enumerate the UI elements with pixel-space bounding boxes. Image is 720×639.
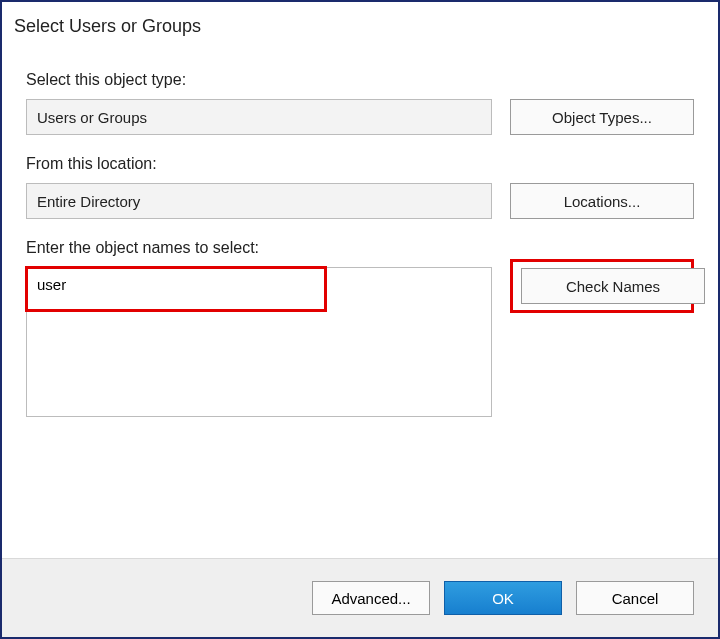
dialog-title: Select Users or Groups: [2, 2, 718, 45]
location-row: Entire Directory Locations...: [26, 183, 694, 219]
check-names-button[interactable]: Check Names: [521, 268, 705, 304]
dialog-content: Select this object type: Users or Groups…: [2, 45, 718, 558]
dialog-footer: Advanced... OK Cancel: [2, 558, 718, 637]
object-types-button[interactable]: Object Types...: [510, 99, 694, 135]
locations-button[interactable]: Locations...: [510, 183, 694, 219]
advanced-button[interactable]: Advanced...: [312, 581, 430, 615]
location-label: From this location:: [26, 155, 694, 173]
object-type-field[interactable]: Users or Groups: [26, 99, 492, 135]
object-names-label: Enter the object names to select:: [26, 239, 694, 257]
object-names-row: Check Names: [26, 267, 694, 417]
object-type-row: Users or Groups Object Types...: [26, 99, 694, 135]
location-value: Entire Directory: [37, 193, 140, 210]
highlight-button-icon: Check Names: [510, 259, 694, 313]
cancel-button[interactable]: Cancel: [576, 581, 694, 615]
object-type-value: Users or Groups: [37, 109, 147, 126]
object-names-input[interactable]: [27, 268, 491, 416]
check-names-col: Check Names: [510, 267, 694, 313]
object-type-label: Select this object type:: [26, 71, 694, 89]
select-users-dialog: Select Users or Groups Select this objec…: [0, 0, 720, 639]
location-field[interactable]: Entire Directory: [26, 183, 492, 219]
object-names-wrap: [26, 267, 492, 417]
ok-button[interactable]: OK: [444, 581, 562, 615]
